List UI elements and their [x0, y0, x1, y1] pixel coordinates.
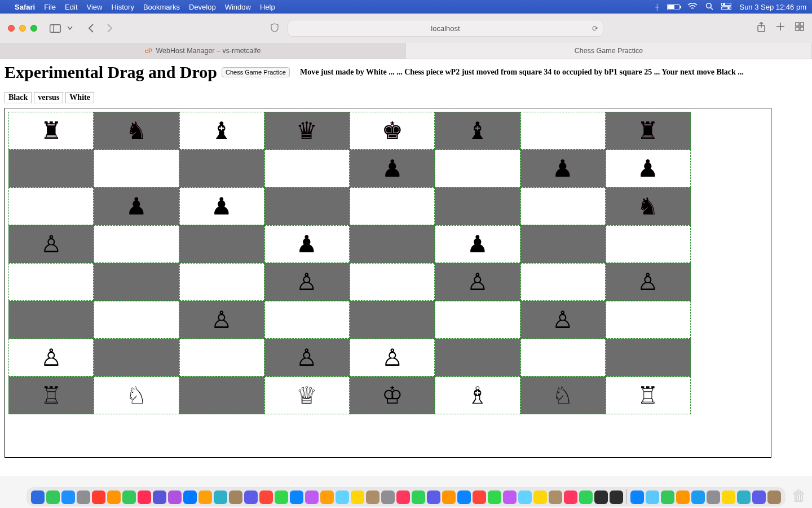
new-tab-icon[interactable] [776, 22, 785, 34]
board-square[interactable] [350, 187, 435, 225]
chess-piece-wN[interactable]: ♘ [552, 384, 573, 408]
menu-history[interactable]: History [111, 3, 134, 11]
dock-app-icon[interactable] [290, 491, 303, 504]
chess-piece-wQ[interactable]: ♕ [296, 384, 317, 408]
dock-app-icon[interactable] [275, 491, 288, 504]
board-square[interactable]: ♙ [179, 301, 264, 339]
board-square[interactable] [606, 339, 691, 376]
board-square[interactable]: ♖ [8, 376, 94, 414]
chess-board[interactable]: ♜♞♝♛♚♝♜♟♟♟♟♟♞♙♟♟♙♙♙♙♙♙♙♙♖♘♕♔♗♘♖ [8, 112, 691, 414]
board-square[interactable] [350, 301, 435, 339]
board-square[interactable] [435, 150, 520, 187]
menu-edit[interactable]: Edit [65, 3, 77, 11]
chess-piece-wP[interactable]: ♙ [552, 308, 573, 332]
minimize-window-button[interactable] [19, 25, 26, 32]
dock-app-icon[interactable] [77, 491, 90, 504]
dock-app-icon[interactable] [564, 491, 577, 504]
board-square[interactable]: ♜ [8, 112, 94, 150]
dock-app-icon[interactable] [594, 491, 608, 504]
chess-practice-button[interactable]: Chess Game Practice [222, 67, 290, 77]
dock-app-icon[interactable] [579, 491, 593, 504]
board-square[interactable]: ♞ [94, 112, 179, 150]
chess-piece-bP[interactable]: ♟ [296, 233, 317, 256]
close-window-button[interactable] [8, 25, 15, 32]
app-name[interactable]: Safari [15, 3, 35, 11]
dock-app-icon[interactable] [518, 491, 532, 504]
chess-piece-bP[interactable]: ♟ [382, 157, 403, 181]
back-button-icon[interactable] [83, 21, 99, 36]
board-square[interactable]: ♙ [264, 263, 350, 301]
board-square[interactable] [520, 339, 606, 376]
board-square[interactable]: ♘ [520, 376, 606, 414]
board-square[interactable]: ♙ [520, 301, 606, 339]
board-square[interactable] [606, 225, 691, 263]
board-square[interactable] [179, 263, 264, 301]
chess-piece-wN[interactable]: ♘ [126, 384, 147, 408]
board-square[interactable]: ♗ [435, 376, 520, 414]
board-square[interactable] [606, 301, 691, 339]
board-square[interactable] [264, 187, 350, 225]
dock-app-icon[interactable] [737, 491, 751, 504]
dock-app-icon[interactable] [412, 491, 425, 504]
dock-app-icon[interactable] [153, 491, 166, 504]
dock-app-icon[interactable] [336, 491, 349, 504]
dock-app-icon[interactable] [46, 491, 60, 504]
dock-app-icon[interactable] [427, 491, 440, 504]
address-bar[interactable]: localhost ⟳ [288, 20, 603, 37]
board-square[interactable]: ♟ [350, 150, 435, 187]
dock-app-icon[interactable] [244, 491, 258, 504]
chess-piece-bB[interactable]: ♝ [467, 119, 488, 143]
dock-app-icon[interactable] [707, 491, 720, 504]
board-square[interactable]: ♙ [8, 339, 94, 376]
board-square[interactable]: ♝ [435, 112, 520, 150]
dock-app-icon[interactable] [533, 491, 547, 504]
board-square[interactable]: ♟ [264, 225, 350, 263]
board-square[interactable]: ♛ [264, 112, 350, 150]
chess-piece-wP[interactable]: ♙ [211, 308, 232, 332]
spotlight-icon[interactable] [705, 2, 713, 12]
menu-window[interactable]: Window [225, 3, 251, 11]
dock-app-icon[interactable] [503, 491, 517, 504]
menu-file[interactable]: File [44, 3, 56, 11]
board-square[interactable] [520, 187, 606, 225]
board-square[interactable] [8, 301, 94, 339]
chess-piece-wP[interactable]: ♙ [637, 270, 659, 294]
board-square[interactable]: ♕ [264, 376, 350, 414]
dock-app-icon[interactable] [214, 491, 227, 504]
menu-view[interactable]: View [87, 3, 103, 11]
board-square[interactable]: ♞ [606, 187, 691, 225]
dock-app-icon[interactable] [630, 491, 644, 504]
board-square[interactable] [179, 225, 264, 263]
dock-app-icon[interactable] [676, 491, 690, 504]
menu-help[interactable]: Help [260, 3, 275, 11]
fullscreen-window-button[interactable] [30, 25, 37, 32]
board-square[interactable]: ♙ [264, 339, 350, 376]
dock-app-icon[interactable] [381, 491, 395, 504]
chess-piece-bP[interactable]: ♟ [467, 233, 488, 256]
battery-icon[interactable] [667, 4, 679, 10]
chess-piece-bP[interactable]: ♟ [211, 195, 232, 218]
chess-piece-bB[interactable]: ♝ [211, 119, 232, 143]
dock-app-icon[interactable] [488, 491, 501, 504]
dock-app-icon[interactable] [646, 491, 659, 504]
bluetooth-icon[interactable]: ⟊ [655, 2, 659, 11]
board-square[interactable] [264, 301, 350, 339]
board-square[interactable]: ♟ [179, 187, 264, 225]
dock-app-icon[interactable] [752, 491, 766, 504]
dock-app-icon[interactable] [320, 491, 334, 504]
board-square[interactable]: ♟ [94, 187, 179, 225]
dock-app-icon[interactable] [396, 491, 410, 504]
board-square[interactable] [94, 339, 179, 376]
board-square[interactable]: ♙ [8, 225, 94, 263]
sidebar-chevron-icon[interactable] [65, 21, 74, 36]
dock-app-icon[interactable] [351, 491, 364, 504]
chess-piece-wR[interactable]: ♖ [637, 384, 659, 408]
board-square[interactable] [94, 150, 179, 187]
board-square[interactable]: ♟ [606, 150, 691, 187]
trash-icon[interactable]: 🗑 [792, 487, 806, 505]
chess-piece-wR[interactable]: ♖ [41, 384, 62, 408]
chess-piece-wP[interactable]: ♙ [41, 346, 62, 370]
board-square[interactable] [435, 187, 520, 225]
chess-piece-bR[interactable]: ♜ [637, 119, 659, 143]
board-square[interactable]: ♔ [350, 376, 435, 414]
